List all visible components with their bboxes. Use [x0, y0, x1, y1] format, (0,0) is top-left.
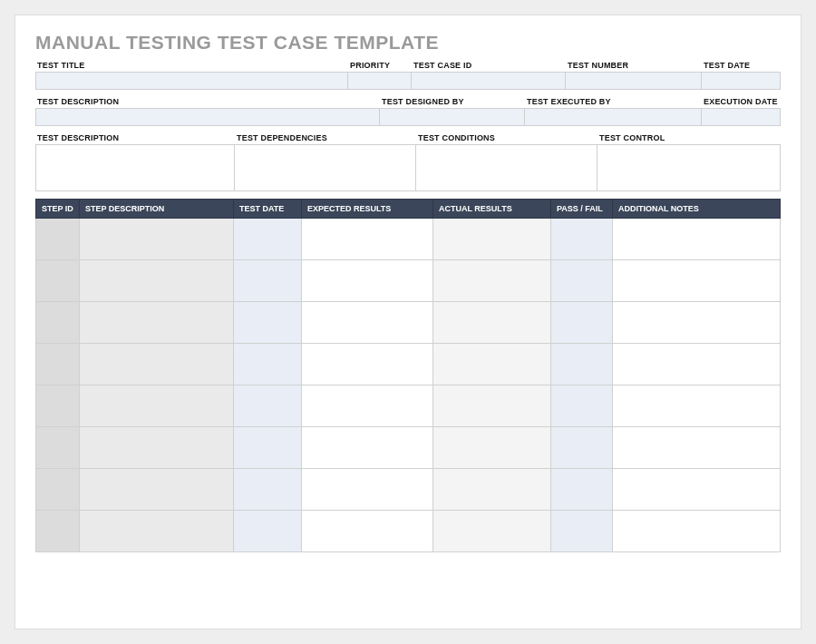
cell-actual-results[interactable]: [433, 302, 551, 344]
table-row: [36, 427, 781, 469]
cell-actual-results[interactable]: [433, 511, 551, 552]
meta-row-2: TEST DESCRIPTION TEST DESIGNED BY TEST E…: [35, 95, 781, 126]
field-test-title[interactable]: [35, 72, 348, 90]
cell-actual-results[interactable]: [433, 385, 551, 427]
cell-expected-results[interactable]: [302, 302, 433, 344]
cell-additional-notes[interactable]: [613, 511, 781, 552]
cell-pass-fail[interactable]: [551, 260, 613, 302]
page-title: MANUAL TESTING TEST CASE TEMPLATE: [35, 32, 781, 54]
cell-test-date[interactable]: [234, 219, 302, 260]
cell-expected-results[interactable]: [302, 469, 433, 511]
label-test-designed-by: TEST DESIGNED BY: [380, 95, 525, 108]
cell-expected-results[interactable]: [302, 219, 433, 260]
cell-test-date[interactable]: [234, 511, 302, 552]
cell-step-id[interactable]: [36, 427, 80, 469]
field-test-description-2[interactable]: [35, 144, 235, 191]
label-test-description: TEST DESCRIPTION: [35, 95, 380, 108]
cell-actual-results[interactable]: [433, 469, 551, 511]
cell-expected-results[interactable]: [302, 385, 433, 427]
label-test-title: TEST TITLE: [35, 59, 348, 72]
field-test-case-id[interactable]: [412, 72, 566, 90]
steps-table: STEP ID STEP DESCRIPTION TEST DATE EXPEC…: [35, 199, 781, 552]
col-header-actual-results: ACTUAL RESULTS: [433, 200, 551, 219]
field-test-dependencies[interactable]: [235, 144, 416, 191]
meta-row-3: TEST DESCRIPTION TEST DEPENDENCIES TEST …: [35, 132, 781, 191]
steps-header-row: STEP ID STEP DESCRIPTION TEST DATE EXPEC…: [36, 200, 781, 219]
label-test-conditions: TEST CONDITIONS: [416, 132, 597, 144]
cell-actual-results[interactable]: [433, 427, 551, 469]
table-row: [36, 344, 781, 385]
cell-additional-notes[interactable]: [613, 219, 781, 260]
field-test-conditions[interactable]: [416, 144, 597, 191]
table-row: [36, 302, 781, 344]
cell-pass-fail[interactable]: [551, 344, 613, 385]
cell-pass-fail[interactable]: [551, 302, 613, 344]
cell-step-description[interactable]: [80, 469, 234, 511]
col-header-pass-fail: PASS / FAIL: [551, 200, 613, 219]
field-test-date[interactable]: [702, 72, 781, 90]
cell-test-date[interactable]: [234, 260, 302, 302]
cell-actual-results[interactable]: [433, 344, 551, 385]
cell-step-description[interactable]: [80, 511, 234, 552]
cell-test-date[interactable]: [234, 302, 302, 344]
field-priority[interactable]: [348, 72, 412, 90]
cell-additional-notes[interactable]: [613, 344, 781, 385]
cell-expected-results[interactable]: [302, 260, 433, 302]
cell-test-date[interactable]: [234, 427, 302, 469]
field-test-number[interactable]: [566, 72, 702, 90]
cell-additional-notes[interactable]: [613, 385, 781, 427]
cell-step-description[interactable]: [80, 260, 234, 302]
meta-row-1: TEST TITLE PRIORITY TEST CASE ID TEST NU…: [35, 59, 781, 90]
cell-additional-notes[interactable]: [613, 427, 781, 469]
col-header-step-description: STEP DESCRIPTION: [80, 200, 234, 219]
col-header-step-id: STEP ID: [36, 200, 80, 219]
field-test-control[interactable]: [597, 144, 781, 191]
table-row: [36, 511, 781, 552]
cell-step-description[interactable]: [80, 427, 234, 469]
col-header-additional-notes: ADDITIONAL NOTES: [613, 200, 781, 219]
label-test-case-id: TEST CASE ID: [412, 59, 566, 72]
cell-actual-results[interactable]: [433, 260, 551, 302]
label-priority: PRIORITY: [348, 59, 412, 72]
cell-expected-results[interactable]: [302, 511, 433, 552]
col-header-test-date: TEST DATE: [234, 200, 302, 219]
table-row: [36, 385, 781, 427]
cell-pass-fail[interactable]: [551, 469, 613, 511]
cell-step-id[interactable]: [36, 511, 80, 552]
field-execution-date[interactable]: [702, 108, 781, 126]
label-test-date: TEST DATE: [702, 59, 781, 72]
col-header-expected-results: EXPECTED RESULTS: [302, 200, 433, 219]
cell-expected-results[interactable]: [302, 427, 433, 469]
cell-pass-fail[interactable]: [551, 219, 613, 260]
cell-test-date[interactable]: [234, 344, 302, 385]
cell-step-id[interactable]: [36, 302, 80, 344]
cell-pass-fail[interactable]: [551, 385, 613, 427]
cell-actual-results[interactable]: [433, 219, 551, 260]
table-row: [36, 219, 781, 260]
cell-additional-notes[interactable]: [613, 469, 781, 511]
cell-additional-notes[interactable]: [613, 260, 781, 302]
field-test-description[interactable]: [35, 108, 380, 126]
cell-step-description[interactable]: [80, 219, 234, 260]
cell-step-id[interactable]: [36, 469, 80, 511]
cell-step-description[interactable]: [80, 344, 234, 385]
template-page: MANUAL TESTING TEST CASE TEMPLATE TEST T…: [15, 15, 801, 629]
label-test-executed-by: TEST EXECUTED BY: [525, 95, 702, 108]
cell-step-description[interactable]: [80, 302, 234, 344]
field-test-designed-by[interactable]: [380, 108, 525, 126]
field-test-executed-by[interactable]: [525, 108, 702, 126]
cell-test-date[interactable]: [234, 469, 302, 511]
cell-step-id[interactable]: [36, 260, 80, 302]
table-row: [36, 260, 781, 302]
label-execution-date: EXECUTION DATE: [702, 95, 781, 108]
cell-additional-notes[interactable]: [613, 302, 781, 344]
cell-step-description[interactable]: [80, 385, 234, 427]
cell-step-id[interactable]: [36, 344, 80, 385]
cell-pass-fail[interactable]: [551, 511, 613, 552]
cell-step-id[interactable]: [36, 219, 80, 260]
cell-step-id[interactable]: [36, 385, 80, 427]
cell-test-date[interactable]: [234, 385, 302, 427]
label-test-control: TEST CONTROL: [597, 132, 781, 144]
cell-expected-results[interactable]: [302, 344, 433, 385]
cell-pass-fail[interactable]: [551, 427, 613, 469]
